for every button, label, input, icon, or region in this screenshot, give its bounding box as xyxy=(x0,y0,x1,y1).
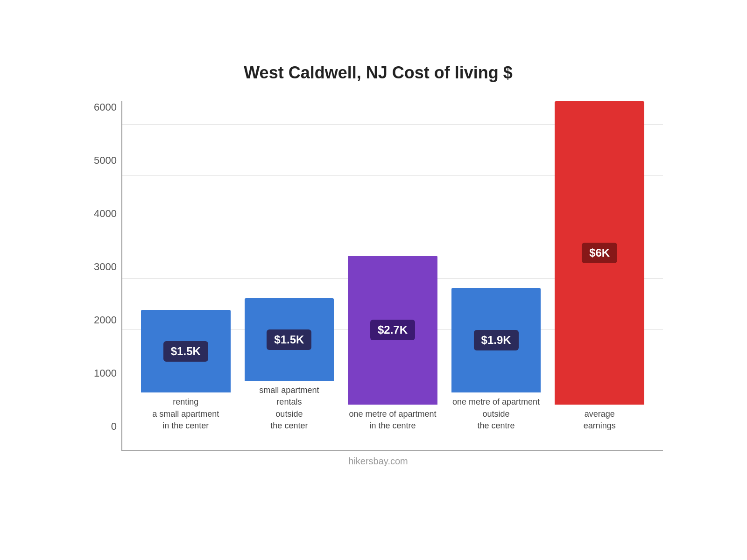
bar-1: $1.5K xyxy=(141,310,231,392)
chart-title: West Caldwell, NJ Cost of living $ xyxy=(93,63,663,83)
bar-group-1: $1.5K rentinga small apartmentin the cen… xyxy=(141,101,231,432)
bar-group-3: $2.7K one metre of apartmentin the centr… xyxy=(348,101,437,432)
footer: hikersbay.com xyxy=(93,456,663,467)
bar-label-5: $6K xyxy=(582,243,617,263)
bar-group-5: $6K averageearnings xyxy=(555,101,644,432)
x-label-2: small apartmentrentalsoutsidethe center xyxy=(259,385,319,432)
chart-container: West Caldwell, NJ Cost of living $ 0 100… xyxy=(47,35,700,525)
bar-wrapper-4: $1.9K xyxy=(451,288,541,392)
y-axis: 0 1000 2000 3000 4000 5000 6000 xyxy=(93,101,121,433)
bar-4: $1.9K xyxy=(451,288,541,392)
y-label-3000: 3000 xyxy=(94,261,117,273)
bar-5: $6K xyxy=(555,101,644,405)
y-label-4000: 4000 xyxy=(94,208,117,220)
bar-label-4: $1.9K xyxy=(474,330,519,350)
x-label-1: rentinga small apartmentin the center xyxy=(152,396,219,432)
bar-label-3: $2.7K xyxy=(370,320,415,340)
bar-label-1: $1.5K xyxy=(163,341,208,362)
bar-wrapper-3: $2.7K xyxy=(348,256,437,405)
x-label-3: one metre of apartmentin the centre xyxy=(349,408,436,432)
x-label-5: averageearnings xyxy=(584,408,616,432)
bar-wrapper-1: $1.5K xyxy=(141,310,231,392)
x-label-4: one metre of apartmentoutsidethe centre xyxy=(452,396,540,432)
bar-2: $1.5K xyxy=(245,298,334,381)
y-label-2000: 2000 xyxy=(94,314,117,326)
y-label-1000: 1000 xyxy=(94,367,117,379)
bar-wrapper-5: $6K xyxy=(555,101,644,405)
chart-area: 0 1000 2000 3000 4000 5000 6000 $1.5K re… xyxy=(93,101,663,451)
bar-label-2: $1.5K xyxy=(267,329,311,350)
y-label-0: 0 xyxy=(111,420,117,433)
y-label-6000: 6000 xyxy=(94,101,117,113)
bar-wrapper-2: $1.5K xyxy=(245,298,334,381)
y-label-5000: 5000 xyxy=(94,154,117,167)
bar-group-4: $1.9K one metre of apartmentoutsidethe c… xyxy=(451,101,541,432)
bar-3: $2.7K xyxy=(348,256,437,405)
bar-group-2: $1.5K small apartmentrentalsoutsidethe c… xyxy=(245,101,334,432)
bars-container: $1.5K rentinga small apartmentin the cen… xyxy=(121,101,663,451)
